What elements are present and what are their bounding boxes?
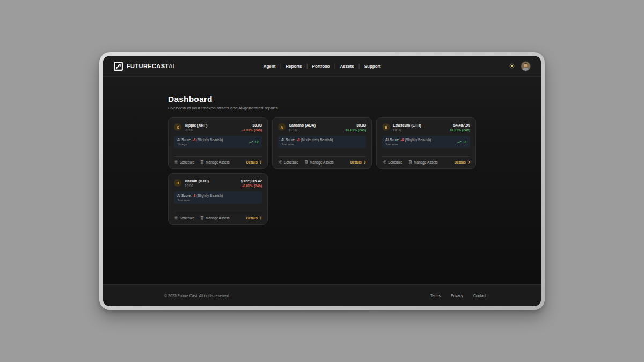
details-button[interactable]: Details [350,160,366,164]
trash-icon [200,160,204,164]
ai-score-panel: AI Score: -3 (Slightly Bearish) 1h ago +… [174,136,262,148]
page-footer: © 2025 Future Cast. All rights reserved.… [103,284,541,306]
asset-initial-badge: B [174,179,181,187]
asset-time: 09:00 [185,128,207,132]
user-avatar[interactable] [521,62,530,71]
details-button[interactable]: Details [455,160,470,164]
trend-badge: +1 [457,140,467,144]
chevron-right-icon [260,160,262,164]
nav-item-support[interactable]: Support [364,64,381,69]
ai-updated: Just now [385,143,431,146]
ai-score-panel: AI Score: -3 (Slightly Bearish) Just now [174,191,262,204]
asset-initial-badge: E [382,123,390,131]
trend-up-icon [457,141,462,144]
asset-name: Cardano (ADA) [289,123,316,128]
manage-assets-button[interactable]: Manage Assets [408,160,437,164]
chevron-right-icon [260,216,262,220]
ai-updated: 1h ago [177,143,223,146]
ai-score-panel: AI Score: -6 (Moderately Bearish) Just n… [278,136,366,148]
theme-toggle-sun-icon[interactable] [509,63,515,69]
nav-divider [307,64,308,69]
manage-assets-button[interactable]: Manage Assets [200,160,229,164]
ai-score-value: -3 [193,138,196,142]
app-window: FUTURECASTAI Agent Reports Portfolio Ass… [103,56,541,306]
ai-updated: Just now [281,143,333,146]
asset-name: Bitcoin (BTC) [185,179,209,183]
asset-card-bitcoin: B Bitcoin (BTC) 10:00 $122,015.42 -0.01%… [168,173,268,225]
asset-time: 10:00 [393,128,421,132]
chevron-right-icon [468,160,470,164]
asset-price: $4,487.99 [450,123,470,128]
footer-link-contact[interactable]: Contact [473,294,486,298]
manage-assets-button[interactable]: Manage Assets [304,160,333,164]
ai-score-label: AI Score: [281,138,296,142]
nav-divider [334,64,335,69]
ai-score-value: -6 [297,138,300,142]
asset-price: $0.83 [346,123,366,128]
ai-updated: Just now [177,198,223,202]
details-button[interactable]: Details [246,160,262,164]
chevron-right-icon [364,160,366,164]
footer-link-privacy[interactable]: Privacy [451,294,463,298]
nav-divider [280,64,281,69]
gear-icon [174,160,178,164]
asset-initial-badge: A [278,123,286,131]
brand[interactable]: FUTURECASTAI [114,62,175,71]
ai-score-panel: AI Score: -4 (Slightly Bearish) Just now… [382,136,470,148]
asset-change: -0.01% (24h) [241,184,262,188]
ai-score-label: AI Score: [177,138,192,142]
asset-price: $122,015.42 [241,179,262,183]
asset-name: Ethereum (ETH) [393,123,421,128]
trash-icon [200,216,204,220]
asset-cards-grid: X Ripple (XRP) 09:00 $3.03 -1.93% (24h) [168,117,476,225]
footer-links: Terms Privacy Contact [430,294,486,298]
brand-logo-icon [114,62,123,71]
copyright-text: © 2025 Future Cast. All rights reserved. [164,294,230,298]
details-button[interactable]: Details [246,216,262,220]
navbar-right [509,62,530,71]
nav-item-portfolio[interactable]: Portfolio [312,64,330,69]
nav-menu: Agent Reports Portfolio Assets Support [264,64,381,69]
footer-link-terms[interactable]: Terms [430,294,441,298]
nav-item-reports[interactable]: Reports [286,64,302,69]
gear-icon [382,160,386,164]
trash-icon [408,160,412,164]
navbar: FUTURECASTAI Agent Reports Portfolio Ass… [103,56,541,77]
asset-card-cardano: A Cardano (ADA) 10:00 $0.83 +0.01% (24h) [272,117,372,169]
nav-divider [359,64,360,69]
ai-sentiment: (Moderately Bearish) [301,138,333,142]
ai-sentiment: (Slightly Bearish) [196,138,223,142]
manage-assets-button[interactable]: Manage Assets [200,216,229,220]
asset-name: Ripple (XRP) [185,123,207,128]
trash-icon [304,160,308,164]
schedule-button[interactable]: Schedule [278,160,298,164]
asset-change: +0.21% (24h) [450,128,470,132]
trend-up-icon [248,141,253,144]
main-content: Dashboard Overview of your tracked asset… [103,77,541,284]
ai-score-value: -3 [193,194,196,197]
asset-change: -1.93% (24h) [242,128,262,132]
asset-time: 10:00 [185,184,209,188]
asset-card-ethereum: E Ethereum (ETH) 10:00 $4,487.99 +0.21% … [376,117,476,169]
ai-score-value: -4 [401,138,404,142]
asset-change: +0.01% (24h) [346,128,366,132]
page-subtitle: Overview of your tracked assets and AI-g… [168,106,476,110]
brand-name: FUTURECASTAI [127,63,175,69]
trend-badge: +2 [248,140,259,144]
schedule-button[interactable]: Schedule [174,216,194,220]
schedule-button[interactable]: Schedule [174,160,194,164]
ai-sentiment: (Slightly Bearish) [405,138,431,142]
gear-icon [278,160,282,164]
device-frame: FUTURECASTAI Agent Reports Portfolio Ass… [99,52,545,310]
asset-card-ripple: X Ripple (XRP) 09:00 $3.03 -1.93% (24h) [168,117,268,169]
ai-sentiment: (Slightly Bearish) [196,194,223,197]
ai-score-label: AI Score: [177,194,192,197]
gear-icon [174,216,178,220]
page-title: Dashboard [168,94,476,104]
schedule-button[interactable]: Schedule [382,160,402,164]
nav-item-agent[interactable]: Agent [264,64,276,69]
asset-initial-badge: X [174,123,181,131]
nav-item-assets[interactable]: Assets [340,64,354,69]
ai-score-label: AI Score: [385,138,400,142]
asset-time: 10:00 [289,128,316,132]
